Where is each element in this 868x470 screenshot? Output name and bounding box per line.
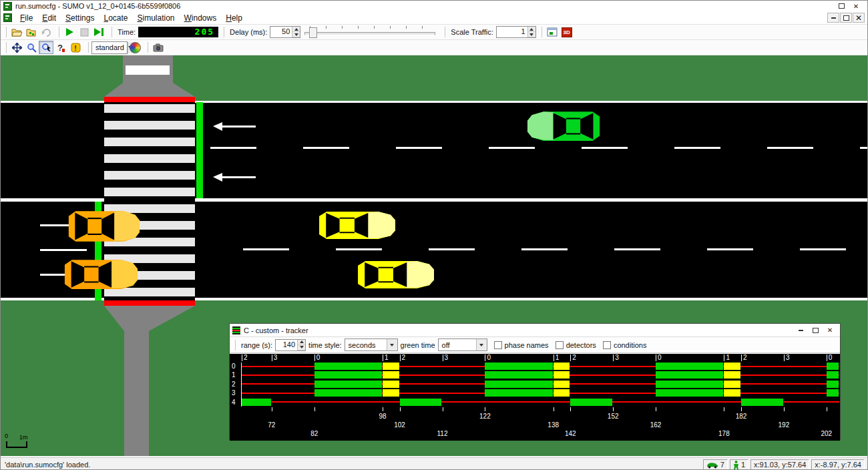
edit-color-scheme-button[interactable] xyxy=(128,41,142,54)
checkbox-icon[interactable] xyxy=(494,341,502,349)
delay-slider[interactable] xyxy=(304,26,435,38)
toolbar-grip[interactable] xyxy=(221,27,224,37)
sumo-gui-window: run.sumocfg - SUMO v1_12_0+0145-6b5599f0… xyxy=(0,0,868,470)
green-time-combobox[interactable]: off xyxy=(438,338,487,351)
delay-value[interactable]: 50 xyxy=(270,27,292,37)
slider-thumb[interactable] xyxy=(309,27,317,38)
menu-item-settings[interactable]: Settings xyxy=(61,13,99,23)
phase-tick xyxy=(613,355,614,361)
open-config-button[interactable] xyxy=(9,25,24,39)
slider-groove[interactable] xyxy=(304,32,435,35)
restore-icon xyxy=(843,15,849,21)
locate-objects-button[interactable]: ? xyxy=(53,41,68,54)
range-spinbox[interactable]: 140 xyxy=(275,339,306,351)
vehicle-yellow-car-1[interactable] xyxy=(317,210,396,241)
child-restore-button[interactable] xyxy=(840,13,852,23)
tracker-close-button[interactable]: ✕ xyxy=(823,326,837,335)
time-style-combobox[interactable]: seconds xyxy=(345,338,398,351)
pan-button[interactable] xyxy=(9,41,24,54)
dropdown-arrow-icon[interactable] xyxy=(387,339,397,350)
reload-button[interactable] xyxy=(39,25,53,39)
tracker-minimize-button[interactable] xyxy=(793,326,808,335)
warnings-button[interactable]: ! xyxy=(68,41,83,54)
child-close-button[interactable]: ✕ xyxy=(853,13,865,23)
restore-button[interactable] xyxy=(834,1,849,11)
open-3d-view-button[interactable]: 3D xyxy=(560,25,574,39)
toolbar-grip[interactable] xyxy=(442,27,445,37)
toolbar-grip[interactable] xyxy=(3,42,7,53)
vehicle-green-car[interactable] xyxy=(527,109,602,143)
signal-green-block xyxy=(314,363,382,370)
snapshot-button[interactable] xyxy=(151,41,166,54)
vehicle-orange-car-1[interactable] xyxy=(67,209,140,244)
play-button[interactable] xyxy=(62,25,77,39)
lane-divider-east-stub xyxy=(40,249,87,251)
toolbar-grip[interactable] xyxy=(109,27,112,37)
scale-traffic-spinbox[interactable]: 1 xyxy=(496,26,536,38)
svg-text:?: ? xyxy=(57,43,63,53)
child-minimize-button[interactable] xyxy=(827,13,839,23)
junction-south-flare[interactable] xyxy=(104,306,195,331)
zoom-select-button[interactable] xyxy=(39,41,53,54)
axis-tick-label: 112 xyxy=(431,430,454,437)
signal-green-block xyxy=(485,381,552,388)
spin-down-button[interactable] xyxy=(292,32,300,37)
toolbar-grip[interactable] xyxy=(232,340,236,350)
vehicle-orange-car-2[interactable] xyxy=(63,258,138,291)
checkbox-detectors[interactable]: detectors xyxy=(556,341,596,349)
signal-yellow-block xyxy=(383,389,399,397)
signal-green-westbound[interactable] xyxy=(196,102,203,198)
phase-diagram[interactable]: 01234 2301230123012307282981021121221381… xyxy=(230,353,840,441)
junction-south-road[interactable] xyxy=(124,331,149,456)
menu-item-file[interactable]: File xyxy=(15,13,37,23)
toolbar-grip[interactable] xyxy=(85,42,89,53)
open-network-button[interactable] xyxy=(24,25,39,39)
toolbar-grip[interactable] xyxy=(539,27,542,37)
spin-up-button[interactable] xyxy=(298,340,305,345)
step-button[interactable] xyxy=(91,25,106,39)
junction-north-flare[interactable] xyxy=(104,83,195,97)
zoom-button[interactable] xyxy=(24,41,39,54)
dropdown-arrow-icon[interactable] xyxy=(476,339,487,350)
axis-tick xyxy=(613,407,614,411)
time-label: Time: xyxy=(118,28,136,36)
spin-down-button[interactable] xyxy=(528,32,535,37)
pan-arrows-icon xyxy=(12,43,22,53)
toolbar-grip[interactable] xyxy=(3,27,7,37)
toolbar-grip[interactable] xyxy=(56,27,59,37)
axis-tick-label: 72 xyxy=(260,421,283,429)
color-scheme-combobox[interactable]: standard xyxy=(91,41,128,54)
green-time-label: green time xyxy=(401,341,435,349)
tracker-maximize-button[interactable] xyxy=(808,326,823,335)
menu-item-simulation[interactable]: Simulation xyxy=(132,13,179,23)
checkbox-icon[interactable] xyxy=(556,341,564,349)
menu-item-windows[interactable]: Windows xyxy=(180,13,222,23)
checkbox-icon[interactable] xyxy=(603,341,611,349)
menu-item-edit[interactable]: Edit xyxy=(37,13,61,23)
spin-down-button[interactable] xyxy=(298,345,305,350)
delay-spinbox[interactable]: 50 xyxy=(270,26,300,38)
axis-tick xyxy=(314,407,315,411)
range-value[interactable]: 140 xyxy=(276,340,297,350)
toolbar-grip[interactable] xyxy=(145,42,148,53)
new-view-button[interactable] xyxy=(545,25,560,39)
checkbox-phase-names[interactable]: phase names xyxy=(494,341,549,349)
mouse-position: x:91.03, y:57.64 xyxy=(750,459,809,470)
checkbox-conditions[interactable]: conditions xyxy=(603,341,647,349)
scale-ruler-tick xyxy=(6,441,7,447)
time-display[interactable]: 205 xyxy=(138,27,218,37)
menu-item-locate[interactable]: Locate xyxy=(99,13,132,23)
spin-up-button[interactable] xyxy=(292,27,300,32)
close-button[interactable]: ✕ xyxy=(849,1,863,11)
menu-item-help[interactable]: Help xyxy=(221,13,247,23)
row-label: 3 xyxy=(232,389,236,397)
tracker-window[interactable]: C - custom - tracker ✕ range (s): 140 ti… xyxy=(229,323,841,440)
axis-tick-label: 152 xyxy=(602,413,624,420)
signal-yellow-block xyxy=(724,371,740,379)
scale-traffic-value[interactable]: 1 xyxy=(497,27,527,37)
phase-plot[interactable]: 2301230123012307282981021121221381421521… xyxy=(242,354,839,441)
spin-up-button[interactable] xyxy=(528,27,535,32)
tracker-title-bar[interactable]: C - custom - tracker ✕ xyxy=(230,324,840,337)
stop-button[interactable] xyxy=(77,25,91,39)
vehicle-yellow-car-2[interactable] xyxy=(356,259,435,290)
